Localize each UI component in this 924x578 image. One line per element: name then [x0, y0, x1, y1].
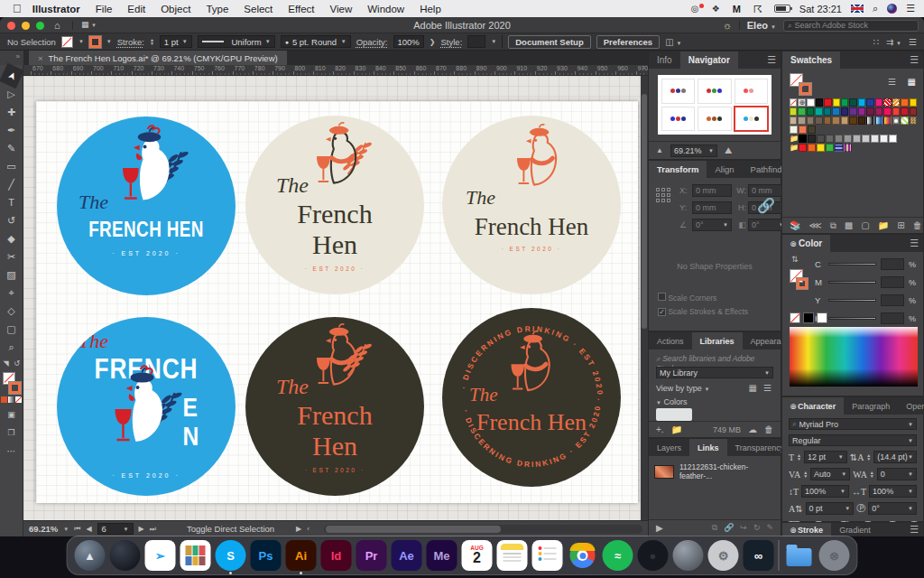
color-slider-c[interactable]: C%	[815, 258, 916, 270]
swatches-fill-stroke-proxy[interactable]	[790, 73, 811, 95]
grid-view-icon[interactable]: ▦	[749, 383, 757, 393]
status-next-icon[interactable]: ▶	[296, 525, 301, 533]
dock-photoshop[interactable]: Ps	[251, 540, 282, 571]
swatch[interactable]	[808, 126, 816, 134]
swatch[interactable]	[862, 135, 870, 143]
fill-chevron[interactable]: ▼	[79, 39, 84, 44]
relink-cc-icon[interactable]: ⧉	[712, 523, 717, 533]
artboard-thumbnail-6[interactable]	[735, 107, 768, 132]
logo-1[interactable]: TheFRENCH HEN· EST 2020 ·	[57, 117, 236, 295]
menu-edit[interactable]: Edit	[127, 4, 145, 14]
tab-layers[interactable]: Layers	[649, 439, 689, 456]
swatch[interactable]	[880, 135, 888, 143]
first-artboard-button[interactable]: ⏮	[74, 525, 80, 534]
transform-x-field[interactable]: 0 mm	[692, 184, 732, 197]
swatch[interactable]	[807, 107, 814, 116]
logo-5[interactable]: TheFrenchHen· EST 2020 ·	[245, 317, 424, 496]
tab-paragraph[interactable]: Paragraph	[844, 397, 898, 415]
spotlight-icon[interactable]: ⌕	[873, 3, 878, 14]
fill-stroke-control[interactable]	[2, 372, 22, 394]
navigator-zoom-field[interactable]: 69.21%▼	[670, 144, 717, 157]
dock-trash[interactable]: ⊗	[819, 540, 850, 571]
properties-icon[interactable]: ◫ ▼	[665, 37, 681, 47]
dock-chrome[interactable]	[568, 540, 598, 571]
swatch[interactable]	[892, 98, 900, 107]
swatch-themes-icon[interactable]: ⋘	[808, 220, 821, 230]
swatches-grid-view-icon[interactable]: ▦	[908, 77, 916, 87]
swatch[interactable]	[790, 107, 797, 116]
swatch[interactable]	[841, 117, 848, 125]
swatch[interactable]	[871, 135, 879, 143]
panel-menu-icon[interactable]: ☰	[905, 51, 923, 69]
leading-field[interactable]: (14.4 pt)▼	[873, 451, 917, 463]
dock-indesign[interactable]: Id	[321, 540, 352, 571]
panel-menu-icon[interactable]: ☰	[905, 523, 923, 536]
menu-view[interactable]: View	[330, 4, 353, 14]
dock-stamps-app[interactable]	[180, 540, 211, 571]
logo-2[interactable]: TheFrenchHen· EST 2020 ·	[245, 116, 424, 294]
pen-tool[interactable]: ✒	[2, 121, 22, 139]
dock-calendar[interactable]: AUG2	[462, 540, 493, 571]
blend-tool[interactable]: ◇	[2, 302, 22, 320]
delete-swatch-icon[interactable]: 🗑	[913, 220, 922, 230]
stroke-color-swatch[interactable]	[89, 36, 101, 48]
style-label[interactable]: Style:	[441, 37, 463, 47]
eyedropper-tool[interactable]: ⌖	[2, 284, 22, 302]
swap-fill-stroke-icon[interactable]: ⇅	[791, 255, 799, 264]
dock-notes[interactable]	[497, 540, 528, 571]
dock-illustrator[interactable]: Ai	[286, 540, 317, 571]
swatch[interactable]	[815, 117, 822, 125]
document-setup-button[interactable]: Document Setup	[508, 35, 590, 49]
color-slider-k[interactable]: K%	[815, 312, 916, 324]
swatch[interactable]	[866, 98, 873, 107]
swatch[interactable]	[799, 126, 807, 134]
tab-info[interactable]: Info	[649, 51, 680, 69]
tab-libraries[interactable]: Libraries	[692, 332, 743, 350]
swatch[interactable]	[799, 144, 807, 152]
curvature-tool[interactable]: ✎	[2, 139, 22, 157]
stroke-profile-select[interactable]: Uniform▼	[198, 35, 275, 48]
tab-actions[interactable]: Actions	[649, 332, 692, 350]
logo-4[interactable]: TheFRENCHEN· EST 2020 ·	[57, 317, 236, 496]
preferences-button[interactable]: Preferences	[596, 35, 660, 49]
swatch[interactable]	[799, 135, 807, 143]
swatch[interactable]	[849, 117, 856, 125]
vertical-scroll-thumb[interactable]	[642, 94, 647, 329]
dock-dark-app[interactable]: ●	[638, 540, 669, 571]
style-swatch[interactable]	[467, 35, 485, 48]
kerning-field[interactable]: Auto▼	[810, 468, 850, 480]
tab-character[interactable]: ◎Character	[782, 397, 844, 415]
tab-opentype[interactable]: OpenType	[898, 397, 924, 415]
stroke-label[interactable]: Stroke:	[117, 37, 144, 47]
zoom-chevron[interactable]: ▼	[63, 527, 69, 532]
swatch[interactable]	[824, 117, 831, 125]
swatch[interactable]	[816, 98, 823, 107]
battery-icon[interactable]	[774, 5, 790, 13]
swatch[interactable]	[844, 135, 852, 143]
swatch[interactable]	[835, 144, 843, 152]
library-color-swatch[interactable]	[656, 408, 692, 421]
swatch[interactable]	[835, 135, 843, 143]
swatch[interactable]: 📁	[790, 135, 798, 143]
dock-reminders[interactable]	[532, 540, 563, 571]
swatch[interactable]	[808, 135, 816, 143]
menu-file[interactable]: File	[96, 4, 113, 14]
color-slider-m[interactable]: M%	[815, 276, 916, 288]
coordinates-lightbulb-icon[interactable]: ☼	[723, 20, 732, 31]
none-swatch[interactable]	[790, 312, 800, 323]
white-swatch[interactable]	[817, 312, 827, 323]
tab-links[interactable]: Links	[689, 439, 727, 456]
tracking-field[interactable]: 0▼	[877, 468, 917, 480]
go-to-link-icon[interactable]: ↪	[740, 523, 747, 533]
show-kinds-icon[interactable]: ▩	[845, 220, 853, 230]
menu-object[interactable]: Object	[161, 4, 190, 14]
swatch-libraries-icon[interactable]: 📚	[790, 220, 800, 230]
swatch[interactable]	[910, 117, 917, 125]
zoom-in-icon[interactable]: ⛰	[725, 145, 732, 156]
black-swatch[interactable]	[803, 312, 814, 323]
relink-icon[interactable]: 🔗	[724, 523, 734, 533]
align-glyphs-icon[interactable]: ∷	[873, 37, 879, 47]
swatch[interactable]	[858, 107, 865, 116]
swatch[interactable]	[815, 107, 822, 116]
gradient-tool[interactable]: ▨	[2, 266, 22, 284]
